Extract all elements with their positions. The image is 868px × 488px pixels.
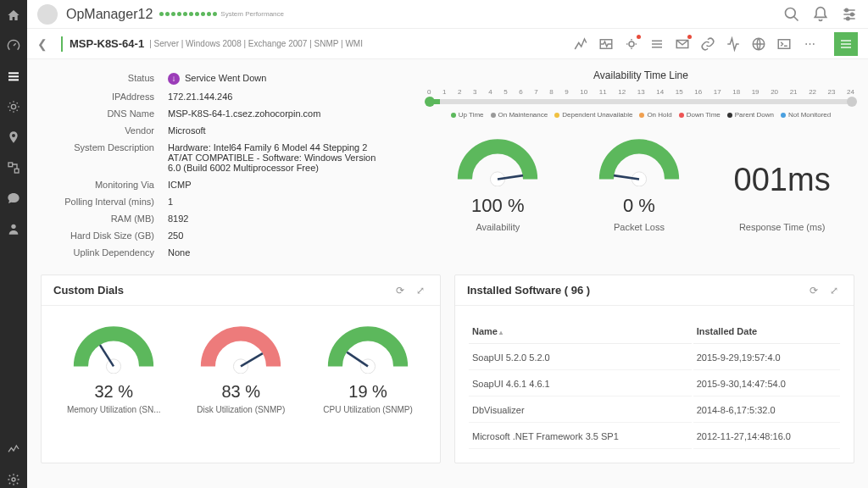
avatar[interactable] bbox=[37, 4, 58, 25]
availability-value: 100 % bbox=[451, 195, 544, 217]
gauge-icon[interactable] bbox=[5, 37, 22, 54]
svg-rect-5 bbox=[14, 169, 19, 173]
bell-icon[interactable] bbox=[812, 6, 829, 23]
network-icon[interactable] bbox=[5, 159, 22, 176]
dials-body: 32 %Memory Utilization (SN...83 %Disk Ut… bbox=[42, 306, 440, 431]
col-date[interactable]: Installed Date bbox=[693, 319, 840, 344]
packetloss-label: Packet Loss bbox=[593, 222, 686, 232]
dial: 19 %CPU Utilization (SNMP) bbox=[321, 323, 415, 414]
vendor-label: Vendor bbox=[41, 125, 168, 136]
table-row[interactable]: SoapUI 5.2.0 5.2.02015-9-29,19:57:4.0 bbox=[469, 346, 840, 370]
ip-value: 172.21.144.246 bbox=[168, 92, 414, 102]
sysdesc-label: System Description bbox=[41, 142, 168, 173]
refresh-icon[interactable]: ⟳ bbox=[810, 285, 821, 297]
tune-icon[interactable] bbox=[649, 36, 665, 52]
app-title: OpManager12 bbox=[66, 7, 153, 22]
subbar: ❮ MSP-K8S-64-1 | Server | Windows 2008 |… bbox=[27, 29, 868, 59]
table-row[interactable]: Microsoft .NET Framework 3.5 SP12012-11-… bbox=[469, 424, 840, 449]
sysdesc-value: Hardware: Intel64 Family 6 Model 44 Step… bbox=[168, 142, 388, 173]
dns-label: DNS Name bbox=[41, 108, 168, 119]
alert-icon[interactable] bbox=[5, 98, 22, 115]
response-metric: 001ms Response Time (ms) bbox=[734, 162, 831, 232]
custom-dials-panel: Custom Dials ⟳ ⤢ 32 %Memory Utilization … bbox=[41, 274, 441, 463]
timeline-legend: Up TimeOn MaintenanceDependent Unavailab… bbox=[427, 111, 854, 119]
sys-perf-label: System Performance bbox=[220, 10, 284, 18]
svg-point-6 bbox=[11, 225, 15, 229]
timeline-bar[interactable] bbox=[427, 99, 854, 104]
link-icon[interactable] bbox=[700, 36, 715, 52]
svg-rect-1 bbox=[8, 75, 19, 77]
monvia-label: Monitoring Via bbox=[41, 180, 168, 190]
chat-icon[interactable] bbox=[5, 190, 22, 207]
expand-icon[interactable]: ⤢ bbox=[416, 285, 428, 297]
graph-icon[interactable] bbox=[573, 36, 588, 52]
globe-icon[interactable] bbox=[751, 36, 766, 52]
alarm-icon[interactable] bbox=[624, 36, 639, 52]
col-name[interactable]: Name▴ bbox=[469, 319, 692, 344]
dial-label: CPU Utilization (SNMP) bbox=[321, 405, 415, 414]
device-tags: | Server | Windows 2008 | Exchange 2007 … bbox=[149, 39, 363, 48]
svg-rect-19 bbox=[841, 47, 851, 47]
accent-bar bbox=[61, 36, 63, 52]
software-rows: SoapUI 5.2.0 5.2.02015-9-29,19:57:4.0Soa… bbox=[469, 346, 840, 449]
dial-value: 19 % bbox=[321, 382, 415, 402]
list-icon[interactable] bbox=[5, 68, 22, 85]
user-icon[interactable] bbox=[5, 220, 22, 237]
legend-item: Parent Down bbox=[727, 111, 774, 119]
svg-point-28 bbox=[360, 359, 375, 374]
legend-item: On Maintenance bbox=[491, 111, 548, 119]
chart-icon[interactable] bbox=[5, 441, 22, 458]
refresh-icon[interactable]: ⟳ bbox=[396, 285, 408, 297]
timeline-ticks: 0123456789101112131415161718192021222324 bbox=[427, 88, 854, 96]
dials-title: Custom Dials bbox=[53, 284, 387, 297]
svg-rect-17 bbox=[841, 40, 851, 41]
svg-rect-2 bbox=[8, 79, 19, 80]
status-label: Status bbox=[41, 73, 168, 85]
vendor-value: Microsoft bbox=[168, 125, 414, 136]
back-arrow-icon[interactable]: ❮ bbox=[37, 37, 54, 51]
activity-icon[interactable] bbox=[726, 36, 741, 52]
timeline-title: Availability Time Line bbox=[427, 69, 854, 81]
table-row[interactable]: DbVisualizer2014-8-6,17:5:32.0 bbox=[469, 398, 840, 423]
poll-value: 1 bbox=[168, 197, 414, 207]
device-name: MSP-K8S-64-1 bbox=[70, 37, 144, 50]
svg-rect-18 bbox=[841, 43, 851, 44]
gear-icon[interactable] bbox=[5, 471, 22, 488]
sort-icon: ▴ bbox=[499, 329, 503, 336]
dial-value: 83 % bbox=[194, 382, 287, 402]
device-details: Status↓Service Went Down IPAddress172.21… bbox=[41, 69, 414, 261]
poll-label: Polling Interval (mins) bbox=[41, 197, 168, 207]
svg-point-8 bbox=[786, 8, 796, 18]
legend-item: Dependent Unavailable bbox=[554, 111, 632, 119]
svg-point-3 bbox=[11, 104, 15, 108]
packetloss-gauge: 0 % Packet Loss bbox=[593, 136, 686, 232]
packetloss-value: 0 % bbox=[593, 195, 686, 217]
search-icon[interactable] bbox=[783, 6, 800, 23]
menu-button[interactable] bbox=[834, 32, 858, 56]
svg-point-10 bbox=[851, 13, 854, 15]
home-icon[interactable] bbox=[5, 7, 22, 24]
monvia-value: ICMP bbox=[168, 180, 414, 190]
terminal-icon[interactable] bbox=[776, 36, 792, 52]
more-icon[interactable]: ⋯ bbox=[802, 36, 817, 52]
pulse-icon[interactable] bbox=[598, 36, 614, 52]
dial: 32 %Memory Utilization (SN... bbox=[67, 323, 161, 414]
mail-icon[interactable] bbox=[675, 36, 690, 52]
uplink-label: Uplink Dependency bbox=[41, 247, 168, 258]
legend-item: Not Monitored bbox=[781, 111, 831, 119]
svg-point-7 bbox=[12, 478, 15, 481]
location-icon[interactable] bbox=[5, 129, 22, 146]
dial-label: Memory Utilization (SN... bbox=[67, 405, 161, 414]
status-value: ↓Service Went Down bbox=[168, 73, 414, 85]
table-row[interactable]: SoapUI 4.6.1 4.6.12015-9-30,14:47:54.0 bbox=[469, 372, 840, 396]
response-value: 001ms bbox=[734, 162, 831, 198]
settings-icon[interactable] bbox=[841, 6, 858, 23]
legend-item: Down Time bbox=[679, 111, 721, 119]
availability-gauge: 100 % Availability bbox=[451, 136, 544, 232]
installed-software-panel: Installed Software ( 96 ) ⟳ ⤢ Name▴ Inst… bbox=[454, 274, 854, 463]
svg-point-11 bbox=[847, 17, 849, 19]
svg-point-26 bbox=[234, 359, 248, 374]
expand-icon[interactable]: ⤢ bbox=[830, 285, 842, 297]
dial-label: Disk Utilization (SNMP) bbox=[194, 405, 287, 414]
ram-value: 8192 bbox=[168, 214, 414, 224]
